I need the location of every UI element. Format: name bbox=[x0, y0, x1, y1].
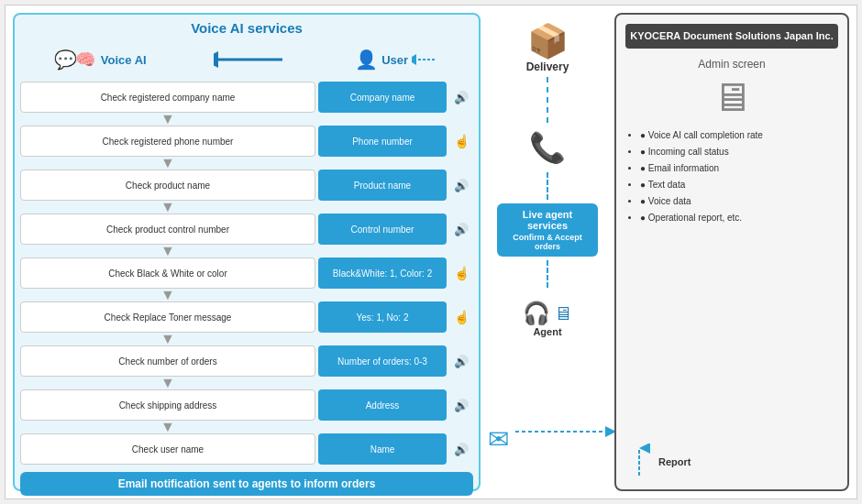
interaction-icons-column: 🔊 ☝ 🔊 🔊 ☝ ☝ 🔊 🔊 🔊 bbox=[449, 82, 473, 465]
headset-icon: 🎧 bbox=[523, 301, 550, 326]
admin-panel: KYOCERA Document Solutions Japan Inc. Ad… bbox=[614, 13, 849, 491]
admin-list-item-0: Voice AI call completion rate bbox=[640, 127, 838, 144]
report-up-arrow bbox=[625, 444, 653, 480]
sound-icon-7: 🔊 bbox=[449, 389, 473, 421]
dashed-arrow-right bbox=[515, 422, 625, 441]
main-container: Voice AI services 💬 🧠 Voice AI bbox=[5, 5, 857, 499]
check-item-3: Check product control number bbox=[20, 214, 315, 245]
user-icon: 👤 bbox=[355, 49, 378, 71]
check-item-7: Check shipping address bbox=[20, 389, 315, 421]
left-arrow-svg bbox=[214, 50, 287, 69]
voice-ai-label: Voice AI bbox=[101, 53, 147, 67]
finger-icon-1: ☝ bbox=[449, 126, 473, 157]
data-item-4: Black&White: 1, Color: 2 bbox=[318, 257, 447, 289]
arrow-4: ▼ bbox=[20, 290, 315, 300]
live-agent-box: Live agent services Confirm & Accept ord… bbox=[497, 203, 598, 257]
admin-list-item-2: Email information bbox=[640, 160, 838, 177]
sound-icon-8: 🔊 bbox=[449, 433, 473, 465]
admin-features-list: Voice AI call completion rate Incoming c… bbox=[625, 127, 838, 226]
phone-icon-area: 📞 bbox=[488, 130, 607, 165]
live-agent-subtitle: Confirm & Accept orders bbox=[504, 233, 591, 251]
agent-label: Agent bbox=[533, 326, 561, 337]
check-item-5: Check Replace Toner message bbox=[20, 301, 315, 333]
center-section: 📦 Delivery 📞 Live agent services Confirm… bbox=[488, 13, 607, 491]
data-item-7: Address bbox=[318, 389, 447, 421]
check-item-0: Check registered company name bbox=[20, 82, 315, 113]
brain-icon: 🧠 bbox=[75, 49, 95, 70]
dashed-line-top bbox=[547, 77, 548, 123]
delivery-label: Delivery bbox=[526, 60, 569, 73]
report-area: Report bbox=[625, 444, 838, 480]
admin-list-item-5: Operational report, etc. bbox=[640, 210, 838, 226]
admin-list-item-3: Text data bbox=[640, 177, 838, 193]
check-item-2: Check product name bbox=[20, 170, 315, 201]
sound-icon-2: 🔊 bbox=[449, 170, 473, 201]
voice-ai-panel: Voice AI services 💬 🧠 Voice AI bbox=[13, 13, 481, 491]
arrow-1: ▼ bbox=[20, 159, 315, 168]
admin-list-item-4: Voice data bbox=[640, 193, 838, 210]
agent-area: 🎧 🖥 Agent bbox=[488, 301, 607, 337]
data-item-6: Number of orders: 0-3 bbox=[318, 345, 447, 377]
finger-icon-4: ☝ bbox=[449, 257, 473, 289]
arrow-7: ▼ bbox=[20, 422, 315, 432]
admin-list-item-1: Incoming call status bbox=[640, 144, 838, 160]
arrow-5: ▼ bbox=[20, 334, 315, 344]
check-item-1: Check registered phone number bbox=[20, 126, 315, 157]
data-item-2: Product name bbox=[318, 170, 447, 201]
data-item-5: Yes: 1, No: 2 bbox=[318, 301, 447, 333]
check-item-4: Check Black & White or color bbox=[20, 257, 315, 289]
monitor-small-icon: 🖥 bbox=[554, 303, 572, 324]
check-item-6: Check number of orders bbox=[20, 345, 315, 377]
arrow-0: ▼ bbox=[20, 115, 315, 124]
user-label: User bbox=[381, 53, 408, 67]
sound-icon-3: 🔊 bbox=[449, 214, 473, 245]
finger-icon-5: ☝ bbox=[449, 301, 473, 333]
arrow-2: ▼ bbox=[20, 203, 315, 212]
header-row: 💬 🧠 Voice AI 👤 User bbox=[20, 41, 473, 78]
email-icon-area: ✉ bbox=[488, 424, 509, 455]
arrow-3: ▼ bbox=[20, 247, 315, 256]
data-item-3: Control number bbox=[318, 214, 447, 245]
report-label: Report bbox=[658, 456, 691, 467]
kyocera-header: KYOCERA Document Solutions Japan Inc. bbox=[625, 24, 838, 49]
check-items-column: Check registered company name ▼ Check re… bbox=[20, 82, 315, 465]
data-item-8: Name bbox=[318, 433, 447, 465]
email-notification: Email notification sent to agents to inf… bbox=[20, 472, 473, 496]
user-arrow-indicator bbox=[214, 50, 287, 69]
voice-ai-title: Voice AI services bbox=[20, 20, 473, 36]
user-header: 👤 User bbox=[355, 49, 439, 71]
data-item-1: Phone number bbox=[318, 126, 447, 157]
dashed-line-bottom bbox=[547, 260, 548, 288]
dashed-arrow-in bbox=[412, 50, 439, 69]
sound-icon-0: 🔊 bbox=[449, 82, 473, 113]
columns-wrapper: Check registered company name ▼ Check re… bbox=[20, 82, 473, 465]
delivery-icon: 📦 bbox=[527, 22, 569, 60]
dashed-line-mid bbox=[547, 172, 548, 200]
data-items-column: Company name Phone number Product name C… bbox=[318, 82, 447, 465]
arrow-6: ▼ bbox=[20, 378, 315, 388]
admin-screen-label: Admin screen bbox=[625, 58, 838, 71]
delivery-box: 📦 Delivery bbox=[488, 22, 607, 73]
monitor-icon: 🖥 bbox=[625, 74, 838, 120]
check-item-8: Check user name bbox=[20, 433, 315, 465]
chat-bubble-icon: 💬 bbox=[54, 49, 77, 71]
data-item-0: Company name bbox=[318, 82, 447, 113]
voice-ai-header: 💬 🧠 Voice AI bbox=[54, 49, 147, 71]
sound-icon-6: 🔊 bbox=[449, 345, 473, 377]
live-agent-title: Live agent services bbox=[504, 209, 591, 231]
